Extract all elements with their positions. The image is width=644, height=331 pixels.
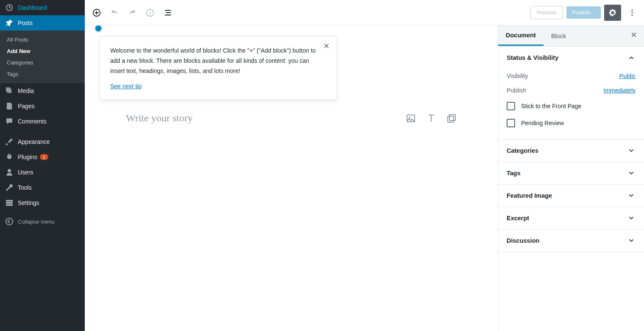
publish-label: Publish — [507, 87, 526, 94]
dashboard-icon — [5, 3, 14, 12]
tip-text: Welcome to the wonderful world of blocks… — [110, 46, 320, 76]
sidebar-item-posts[interactable]: Posts — [0, 15, 85, 31]
chevron-down-icon — [627, 236, 636, 245]
section-toggle-excerpt[interactable]: Excerpt — [498, 207, 644, 229]
sidebar-item-plugins[interactable]: Plugins 1 — [0, 149, 85, 165]
preview-button[interactable]: Preview — [530, 6, 563, 19]
tip-close-button[interactable] — [321, 41, 332, 51]
publish-value-link[interactable]: Immediately — [604, 87, 636, 94]
publish-button[interactable]: Publish... — [566, 6, 601, 19]
redo-button[interactable] — [125, 5, 140, 20]
brush-icon — [5, 137, 14, 146]
sidebar-item-pages[interactable]: Pages — [0, 98, 85, 114]
sidebar-label: Appearance — [18, 138, 50, 145]
pending-label: Pending Review — [521, 120, 564, 126]
svg-point-5 — [631, 14, 633, 16]
section-status-visibility: Status & Visibility Visibility Public Pu… — [498, 47, 644, 140]
insert-gallery-icon[interactable] — [446, 113, 457, 123]
main-area: Preview Publish... Welcome to the wonder… — [85, 0, 644, 331]
stick-label: Stick to the Front Page — [521, 103, 581, 109]
section-toggle-tags[interactable]: Tags — [498, 162, 644, 184]
sidebar-item-tools[interactable]: Tools — [0, 180, 85, 195]
section-toggle-status[interactable]: Status & Visibility — [498, 47, 644, 69]
plug-icon — [5, 153, 14, 161]
editor-topbar: Preview Publish... — [85, 0, 644, 25]
sidebar-item-comments[interactable]: Comments — [0, 114, 85, 129]
submenu-tags[interactable]: Tags — [0, 68, 85, 80]
svg-point-0 — [6, 218, 13, 225]
section-toggle-categories[interactable]: Categories — [498, 140, 644, 162]
sidebar-label: Users — [18, 169, 33, 176]
visibility-label: Visibility — [507, 73, 528, 79]
more-options-button[interactable] — [624, 5, 640, 20]
sidebar-item-settings[interactable]: Settings — [0, 195, 85, 210]
undo-button[interactable] — [107, 5, 122, 20]
stick-front-page-checkbox[interactable] — [507, 102, 515, 110]
pending-review-checkbox[interactable] — [507, 119, 515, 127]
tab-document[interactable]: Document — [498, 26, 544, 46]
editor-canvas[interactable]: Welcome to the wonderful world of blocks… — [85, 25, 498, 331]
collapse-icon — [5, 217, 14, 226]
tip-pulse-indicator — [95, 25, 101, 31]
add-block-button[interactable] — [89, 5, 104, 20]
collapse-label: Collapse menu — [18, 219, 55, 225]
submenu-categories[interactable]: Categories — [0, 57, 85, 68]
tip-popover: Welcome to the wonderful world of blocks… — [100, 36, 337, 100]
chevron-down-icon — [627, 191, 636, 200]
user-icon — [5, 168, 14, 177]
panel-tabs: Document Block — [498, 25, 644, 47]
plugins-update-badge: 1 — [40, 154, 48, 160]
pin-icon — [5, 19, 14, 27]
settings-panel: Document Block Status & Visibility Visib… — [498, 25, 644, 331]
chevron-down-icon — [627, 169, 636, 177]
chevron-down-icon — [627, 214, 636, 222]
section-toggle-discussion[interactable]: Discussion — [498, 230, 644, 252]
content-placeholder[interactable]: Write your story — [126, 112, 406, 124]
submenu-add-new[interactable]: Add New — [0, 45, 85, 57]
svg-point-3 — [631, 9, 633, 11]
settings-toggle-button[interactable] — [604, 5, 621, 21]
posts-submenu: All Posts Add New Categories Tags — [0, 31, 85, 83]
comments-icon — [5, 117, 14, 126]
panel-close-button[interactable] — [624, 31, 644, 40]
sliders-icon — [5, 199, 14, 207]
sidebar-label: Tools — [18, 184, 32, 191]
sidebar-item-dashboard[interactable]: Dashboard — [0, 0, 85, 15]
svg-point-4 — [631, 12, 633, 13]
section-toggle-featured-image[interactable]: Featured Image — [498, 185, 644, 207]
chevron-up-icon — [627, 53, 636, 62]
sidebar-label: Pages — [18, 103, 35, 109]
tab-block[interactable]: Block — [544, 27, 574, 45]
sidebar-item-users[interactable]: Users — [0, 165, 85, 180]
insert-image-icon[interactable] — [406, 113, 416, 123]
sidebar-label: Dashboard — [18, 4, 47, 11]
sidebar-label: Settings — [18, 199, 39, 206]
wrench-icon — [5, 183, 14, 192]
sidebar-label: Comments — [18, 118, 47, 125]
svg-rect-9 — [448, 116, 454, 122]
admin-sidebar: Dashboard Posts All Posts Add New Catego… — [0, 0, 85, 331]
chevron-down-icon — [627, 146, 636, 155]
sidebar-item-appearance[interactable]: Appearance — [0, 134, 85, 149]
insert-heading-icon[interactable] — [426, 113, 436, 123]
svg-point-7 — [409, 117, 410, 118]
pages-icon — [5, 102, 14, 110]
sidebar-item-media[interactable]: Media — [0, 83, 85, 98]
svg-rect-8 — [449, 115, 455, 121]
outline-button[interactable] — [160, 5, 176, 20]
sidebar-label: Posts — [18, 20, 33, 26]
collapse-menu-button[interactable]: Collapse menu — [0, 213, 85, 230]
visibility-value-link[interactable]: Public — [619, 73, 636, 79]
sidebar-label: Media — [18, 87, 34, 94]
submenu-all-posts[interactable]: All Posts — [0, 34, 85, 45]
info-button[interactable] — [142, 5, 158, 20]
tip-next-link[interactable]: See next tip — [110, 83, 142, 90]
sidebar-label: Plugins — [18, 154, 37, 160]
media-icon — [5, 87, 14, 95]
